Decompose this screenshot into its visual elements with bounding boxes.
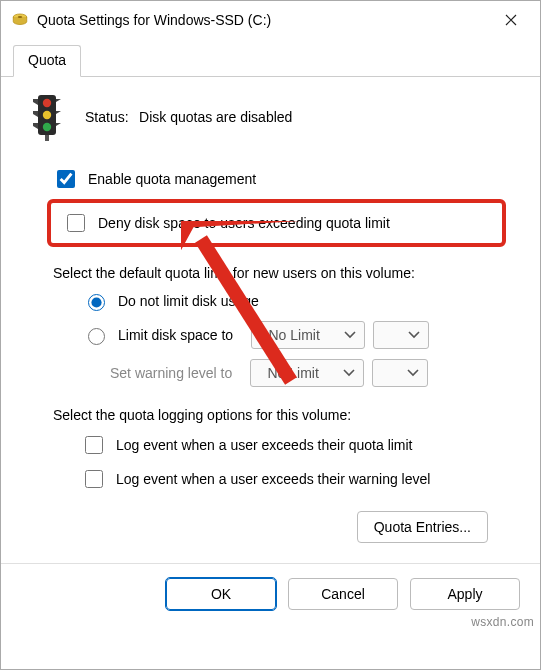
content-panel: Status: Disk quotas are disabled Enable … xyxy=(1,77,540,557)
warning-value-combo[interactable]: No Limit xyxy=(250,359,364,387)
svg-rect-6 xyxy=(45,135,49,141)
svg-point-4 xyxy=(43,111,51,119)
warning-value-text: No Limit xyxy=(251,365,335,381)
enable-quota-row[interactable]: Enable quota management xyxy=(53,167,514,191)
logging-group: Log event when a user exceeds their quot… xyxy=(81,433,514,491)
log-quota-checkbox[interactable] xyxy=(85,436,103,454)
radio-no-limit-label: Do not limit disk usage xyxy=(118,293,259,309)
deny-space-row[interactable]: Deny disk space to users exceeding quota… xyxy=(47,199,506,247)
svg-point-3 xyxy=(43,99,51,107)
enable-quota-checkbox[interactable] xyxy=(57,170,75,188)
deny-space-checkbox[interactable] xyxy=(67,214,85,232)
radio-limit-row: Limit disk space to No Limit xyxy=(83,321,514,349)
tab-quota[interactable]: Quota xyxy=(13,45,81,77)
status-row: Status: Disk quotas are disabled xyxy=(27,93,514,141)
limit-unit-combo[interactable] xyxy=(373,321,429,349)
log-warning-label: Log event when a user exceeds their warn… xyxy=(116,471,430,487)
ok-button[interactable]: OK xyxy=(166,578,276,610)
warning-level-label: Set warning level to xyxy=(110,365,232,381)
svg-point-5 xyxy=(43,123,51,131)
traffic-light-icon xyxy=(27,93,67,141)
radio-limit[interactable] xyxy=(88,328,105,345)
watermark-text: wsxdn.com xyxy=(471,615,534,629)
log-quota-row[interactable]: Log event when a user exceeds their quot… xyxy=(81,433,514,457)
quota-entries-button[interactable]: Quota Entries... xyxy=(357,511,488,543)
svg-point-1 xyxy=(18,16,23,18)
cancel-button[interactable]: Cancel xyxy=(288,578,398,610)
log-quota-label: Log event when a user exceeds their quot… xyxy=(116,437,413,453)
radio-limit-label: Limit disk space to xyxy=(118,327,233,343)
log-warning-row[interactable]: Log event when a user exceeds their warn… xyxy=(81,467,514,491)
warning-unit-combo[interactable] xyxy=(372,359,428,387)
status-text: Status: Disk quotas are disabled xyxy=(85,108,292,126)
tab-strip: Quota xyxy=(1,39,540,77)
apply-button[interactable]: Apply xyxy=(410,578,520,610)
limit-value-combo[interactable]: No Limit xyxy=(251,321,365,349)
radio-no-limit-row[interactable]: Do not limit disk usage xyxy=(83,291,514,311)
close-button[interactable] xyxy=(488,2,534,38)
warning-level-row: Set warning level to No Limit xyxy=(83,359,514,387)
logging-header: Select the quota logging options for thi… xyxy=(53,407,514,423)
status-value: Disk quotas are disabled xyxy=(139,109,292,125)
default-limit-group: Do not limit disk usage Limit disk space… xyxy=(83,291,514,387)
status-label: Status: xyxy=(85,109,129,125)
default-limit-header: Select the default quota limit for new u… xyxy=(53,265,514,281)
chevron-down-icon[interactable] xyxy=(400,322,428,348)
radio-no-limit[interactable] xyxy=(88,294,105,311)
chevron-down-icon[interactable] xyxy=(336,322,364,348)
limit-value-text: No Limit xyxy=(252,327,336,343)
entries-row: Quota Entries... xyxy=(27,507,514,547)
disk-icon xyxy=(11,11,29,29)
dialog-footer: OK Cancel Apply xyxy=(1,563,540,626)
window-title: Quota Settings for Windows-SSD (C:) xyxy=(37,12,488,28)
log-warning-checkbox[interactable] xyxy=(85,470,103,488)
chevron-down-icon[interactable] xyxy=(399,360,427,386)
chevron-down-icon[interactable] xyxy=(335,360,363,386)
enable-quota-label: Enable quota management xyxy=(88,171,256,187)
deny-space-label: Deny disk space to users exceeding quota… xyxy=(98,215,390,231)
title-bar: Quota Settings for Windows-SSD (C:) xyxy=(1,1,540,39)
